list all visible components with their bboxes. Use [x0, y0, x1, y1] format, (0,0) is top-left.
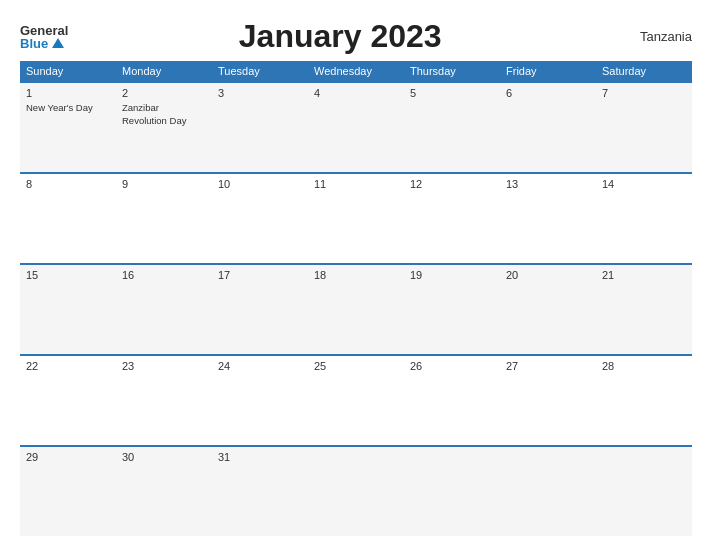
day-cell-4-7: 28 — [596, 356, 692, 445]
day-cell-4-5: 26 — [404, 356, 500, 445]
day-number: 25 — [314, 360, 398, 372]
day-number: 8 — [26, 178, 110, 190]
header-wednesday: Wednesday — [308, 61, 404, 81]
day-cell-3-3: 17 — [212, 265, 308, 354]
day-cell-1-5: 5 — [404, 83, 500, 172]
day-cell-5-7 — [596, 447, 692, 536]
day-cell-3-5: 19 — [404, 265, 500, 354]
week-row-3: 15161718192021 — [20, 263, 692, 354]
day-cell-5-4 — [308, 447, 404, 536]
day-number: 23 — [122, 360, 206, 372]
day-cell-5-1: 29 — [20, 447, 116, 536]
day-number: 13 — [506, 178, 590, 190]
day-cell-4-4: 25 — [308, 356, 404, 445]
day-cell-2-4: 11 — [308, 174, 404, 263]
logo-blue-text: Blue — [20, 37, 64, 50]
header-sunday: Sunday — [20, 61, 116, 81]
day-cell-3-6: 20 — [500, 265, 596, 354]
day-cell-1-1: 1New Year's Day — [20, 83, 116, 172]
logo: General Blue — [20, 24, 68, 50]
week-row-5: 293031 — [20, 445, 692, 536]
day-cell-1-2: 2Zanzibar Revolution Day — [116, 83, 212, 172]
day-number: 21 — [602, 269, 686, 281]
day-cell-1-7: 7 — [596, 83, 692, 172]
week-row-2: 891011121314 — [20, 172, 692, 263]
week-row-1: 1New Year's Day2Zanzibar Revolution Day3… — [20, 81, 692, 172]
day-cell-3-1: 15 — [20, 265, 116, 354]
day-number: 20 — [506, 269, 590, 281]
weeks-container: 1New Year's Day2Zanzibar Revolution Day3… — [20, 81, 692, 536]
day-number: 26 — [410, 360, 494, 372]
day-cell-5-2: 30 — [116, 447, 212, 536]
day-number: 22 — [26, 360, 110, 372]
day-cell-2-3: 10 — [212, 174, 308, 263]
day-cell-4-3: 24 — [212, 356, 308, 445]
day-cell-5-5 — [404, 447, 500, 536]
day-number: 9 — [122, 178, 206, 190]
calendar-grid: Sunday Monday Tuesday Wednesday Thursday… — [20, 61, 692, 536]
day-number: 10 — [218, 178, 302, 190]
day-number: 31 — [218, 451, 302, 463]
day-cell-2-7: 14 — [596, 174, 692, 263]
day-number: 14 — [602, 178, 686, 190]
day-number: 29 — [26, 451, 110, 463]
day-number: 24 — [218, 360, 302, 372]
day-number: 19 — [410, 269, 494, 281]
day-cell-4-1: 22 — [20, 356, 116, 445]
day-number: 7 — [602, 87, 686, 99]
day-number: 15 — [26, 269, 110, 281]
day-number: 28 — [602, 360, 686, 372]
day-cell-1-3: 3 — [212, 83, 308, 172]
day-headers: Sunday Monday Tuesday Wednesday Thursday… — [20, 61, 692, 81]
calendar-title: January 2023 — [68, 18, 612, 55]
header-tuesday: Tuesday — [212, 61, 308, 81]
header-thursday: Thursday — [404, 61, 500, 81]
country-label: Tanzania — [612, 29, 692, 44]
header-saturday: Saturday — [596, 61, 692, 81]
day-number: 11 — [314, 178, 398, 190]
day-cell-5-3: 31 — [212, 447, 308, 536]
day-number: 12 — [410, 178, 494, 190]
day-number: 16 — [122, 269, 206, 281]
day-cell-3-4: 18 — [308, 265, 404, 354]
day-number: 5 — [410, 87, 494, 99]
day-number: 30 — [122, 451, 206, 463]
day-cell-4-6: 27 — [500, 356, 596, 445]
day-number: 17 — [218, 269, 302, 281]
day-number: 4 — [314, 87, 398, 99]
day-number: 18 — [314, 269, 398, 281]
header-friday: Friday — [500, 61, 596, 81]
day-cell-2-1: 8 — [20, 174, 116, 263]
logo-general-text: General — [20, 24, 68, 37]
logo-triangle-icon — [52, 38, 64, 48]
day-cell-2-2: 9 — [116, 174, 212, 263]
day-cell-2-5: 12 — [404, 174, 500, 263]
day-cell-1-4: 4 — [308, 83, 404, 172]
day-number: 6 — [506, 87, 590, 99]
day-cell-1-6: 6 — [500, 83, 596, 172]
day-cell-2-6: 13 — [500, 174, 596, 263]
day-number: 27 — [506, 360, 590, 372]
day-number: 1 — [26, 87, 110, 99]
calendar-header: General Blue January 2023 Tanzania — [20, 18, 692, 55]
holiday-name: New Year's Day — [26, 102, 93, 113]
day-cell-3-7: 21 — [596, 265, 692, 354]
day-cell-5-6 — [500, 447, 596, 536]
day-number: 2 — [122, 87, 206, 99]
day-number: 3 — [218, 87, 302, 99]
header-monday: Monday — [116, 61, 212, 81]
week-row-4: 22232425262728 — [20, 354, 692, 445]
day-cell-4-2: 23 — [116, 356, 212, 445]
day-cell-3-2: 16 — [116, 265, 212, 354]
holiday-name: Zanzibar Revolution Day — [122, 102, 186, 126]
calendar-page: General Blue January 2023 Tanzania Sunda… — [0, 0, 712, 550]
